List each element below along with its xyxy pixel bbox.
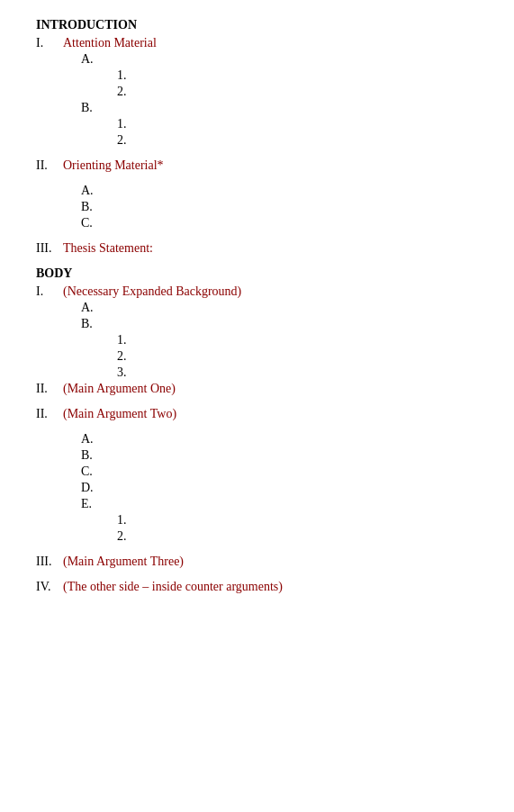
intro-item-2-a-num: A. (81, 184, 103, 198)
intro-item-1-b-1-num: 1. (117, 117, 139, 131)
intro-item-3-label: Thesis Statement: (63, 241, 153, 256)
introduction-section: INTRODUCTION I. Attention Material A. 1.… (36, 18, 487, 256)
intro-item-1-a-num: A. (81, 52, 103, 67)
body-item-3-d-num: D. (81, 481, 103, 495)
body-item-1: I. (Necessary Expanded Background) (36, 284, 487, 299)
body-item-1-b: B. (81, 317, 487, 331)
body-item-1-b-1-num: 1. (117, 333, 139, 347)
body-item-3-a: A. (81, 432, 487, 447)
intro-item-2-b-num: B. (81, 200, 103, 214)
body-item-3-b: B. (81, 448, 487, 463)
body-item-5-label: (The other side – inside counter argumen… (63, 580, 283, 594)
body-item-2: II. (Main Argument One) (36, 382, 487, 396)
intro-item-1-b-1: 1. (117, 117, 487, 131)
intro-item-2-a: A. (81, 184, 487, 198)
intro-item-1-b: B. (81, 101, 487, 115)
intro-item-2-b: B. (81, 200, 487, 214)
body-item-1-a-num: A. (81, 301, 103, 315)
body-item-4: III. (Main Argument Three) (36, 555, 487, 569)
body-item-1-b-1: 1. (117, 333, 487, 347)
intro-item-1-num: I. (36, 36, 63, 50)
body-item-3-e-2-num: 2. (117, 529, 139, 544)
intro-item-2-c-num: C. (81, 216, 103, 230)
document-outline: INTRODUCTION I. Attention Material A. 1.… (36, 18, 487, 594)
intro-item-1-b-2: 2. (117, 133, 487, 148)
intro-item-2-c: C. (81, 216, 487, 230)
intro-item-2-label: Orienting Material* (63, 158, 164, 173)
body-item-3: II. (Main Argument Two) (36, 407, 487, 421)
body-item-3-e: E. (81, 497, 487, 511)
body-item-3-e-num: E. (81, 497, 103, 511)
intro-item-1: I. Attention Material (36, 36, 487, 50)
intro-item-1-a-2: 2. (117, 85, 487, 99)
body-item-1-label: (Necessary Expanded Background) (63, 284, 241, 299)
body-item-3-e-2: 2. (117, 529, 487, 544)
body-item-1-a: A. (81, 301, 487, 315)
body-item-3-num: II. (36, 407, 63, 421)
body-item-1-b-2: 2. (117, 349, 487, 364)
body-item-1-num: I. (36, 284, 63, 299)
intro-item-1-b-num: B. (81, 101, 103, 115)
body-heading: BODY (36, 266, 487, 281)
intro-item-1-a-1-num: 1. (117, 68, 139, 83)
body-item-1-b-2-num: 2. (117, 349, 139, 364)
body-item-3-b-num: B. (81, 448, 103, 463)
intro-item-1-a: A. (81, 52, 487, 67)
body-item-4-label: (Main Argument Three) (63, 555, 184, 569)
body-item-5-num: IV. (36, 580, 63, 594)
body-item-3-d: D. (81, 481, 487, 495)
body-item-1-b-num: B. (81, 317, 103, 331)
introduction-heading: INTRODUCTION (36, 18, 487, 32)
intro-item-1-b-2-num: 2. (117, 133, 139, 148)
body-item-1-b-3: 3. (117, 365, 487, 380)
intro-item-3: III. Thesis Statement: (36, 241, 487, 256)
body-item-2-num: II. (36, 382, 63, 396)
body-item-3-e-1: 1. (117, 513, 487, 528)
body-item-3-e-1-num: 1. (117, 513, 139, 528)
body-item-3-a-num: A. (81, 432, 103, 447)
intro-item-1-a-2-num: 2. (117, 85, 139, 99)
intro-item-2-num: II. (36, 158, 63, 173)
intro-item-1-a-1: 1. (117, 68, 487, 83)
intro-item-3-num: III. (36, 241, 63, 256)
intro-item-1-label: Attention Material (63, 36, 157, 50)
intro-item-2: II. Orienting Material* (36, 158, 487, 173)
body-item-3-c: C. (81, 465, 487, 479)
body-item-4-num: III. (36, 555, 63, 569)
body-item-5: IV. (The other side – inside counter arg… (36, 580, 487, 594)
body-item-2-label: (Main Argument One) (63, 382, 176, 396)
body-item-3-c-num: C. (81, 465, 103, 479)
body-item-3-label: (Main Argument Two) (63, 407, 176, 421)
body-item-1-b-3-num: 3. (117, 365, 139, 380)
body-section: BODY I. (Necessary Expanded Background) … (36, 266, 487, 594)
